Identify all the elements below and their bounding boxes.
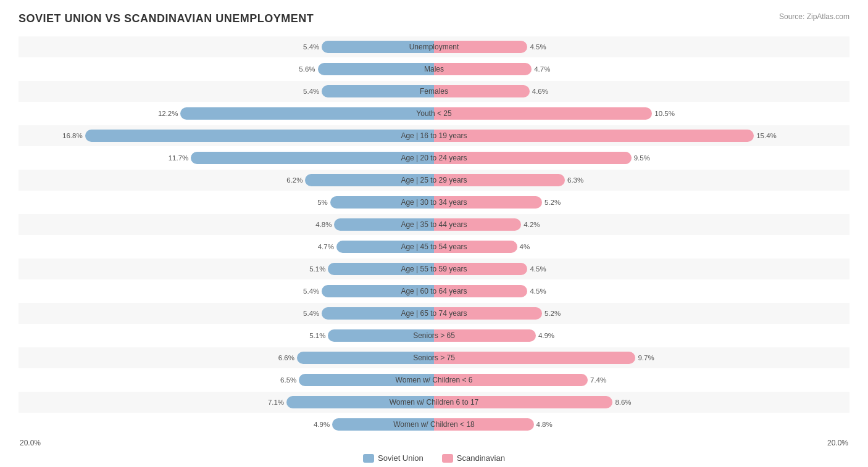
axis-row: 20.0% 20.0% [19, 439, 849, 447]
bar-right [434, 374, 588, 386]
bar-left [286, 396, 434, 408]
value-right: 4.7% [534, 65, 550, 73]
bar-right [434, 41, 527, 53]
left-section: 5.4% [19, 81, 434, 102]
bar-right [434, 241, 517, 253]
right-section: 4.7% [434, 59, 849, 80]
bar-right [434, 396, 612, 408]
bar-left [332, 418, 434, 431]
chart-row: 5.1%Age | 55 to 59 years4.5% [19, 258, 849, 279]
value-right: 4.9% [538, 332, 554, 339]
right-section: 4% [434, 236, 849, 257]
bar-left [305, 174, 434, 186]
left-section: 7.1% [19, 392, 434, 413]
chart-header: SOVIET UNION VS SCANDINAVIAN UNEMPLOYMEN… [19, 12, 849, 25]
value-left: 4.8% [315, 221, 332, 228]
right-section: 15.4% [434, 125, 849, 146]
left-section: 16.8% [19, 125, 434, 146]
legend-soviet: Soviet Union [363, 453, 424, 463]
value-right: 8.6% [615, 399, 631, 406]
left-section: 12.2% [19, 103, 434, 124]
bar-left [328, 263, 434, 275]
legend-scandinavian-label: Scandinavian [457, 453, 505, 463]
left-section: 5.4% [19, 36, 434, 57]
value-right: 4.2% [524, 221, 540, 228]
bar-right [434, 329, 536, 342]
value-left: 6.2% [286, 176, 303, 184]
value-left: 5.4% [303, 287, 319, 295]
bar-right [434, 107, 652, 120]
value-right: 5.2% [545, 199, 561, 206]
chart-row: 4.7%Age | 45 to 54 years4% [19, 236, 849, 257]
value-left: 12.2% [158, 110, 178, 117]
right-section: 4.2% [434, 214, 849, 235]
value-right: 4% [520, 243, 530, 250]
bar-right [434, 418, 534, 431]
left-section: 4.9% [19, 414, 434, 435]
bar-right [434, 85, 530, 97]
legend-soviet-box [363, 454, 374, 463]
right-section: 8.6% [434, 392, 849, 413]
chart-row: 11.7%Age | 20 to 24 years9.5% [19, 147, 849, 168]
value-right: 4.8% [536, 421, 553, 428]
value-right: 9.7% [638, 354, 654, 362]
chart-row: 6.6%Seniors > 759.7% [19, 347, 849, 368]
right-section: 4.5% [434, 36, 849, 57]
value-left: 5.6% [299, 65, 315, 73]
chart-row: 12.2%Youth < 2510.5% [19, 103, 849, 124]
legend: Soviet Union Scandinavian [19, 453, 849, 463]
chart-source: Source: ZipAtlas.com [779, 12, 849, 21]
right-section: 4.8% [434, 414, 849, 435]
value-left: 7.1% [268, 399, 284, 406]
left-section: 6.2% [19, 170, 434, 191]
value-right: 4.5% [530, 287, 546, 295]
right-section: 4.9% [434, 325, 849, 346]
bar-left [322, 85, 434, 97]
bar-left [322, 285, 434, 297]
chart-body: 5.4%Unemployment4.5%5.6%Males4.7%5.4%Fem… [19, 36, 849, 435]
bar-left [297, 352, 434, 364]
bar-left [322, 41, 434, 53]
value-left: 6.5% [280, 376, 296, 384]
chart-row: 5.4%Unemployment4.5% [19, 36, 849, 57]
right-section: 7.4% [434, 370, 849, 391]
bar-right [434, 352, 635, 364]
left-section: 5.6% [19, 59, 434, 80]
left-section: 6.5% [19, 370, 434, 391]
value-left: 5.1% [309, 265, 325, 273]
chart-row: 5.4%Females4.6% [19, 81, 849, 102]
right-section: 5.2% [434, 303, 849, 324]
value-left: 5.4% [303, 88, 319, 95]
left-section: 5.1% [19, 325, 434, 346]
chart-row: 6.2%Age | 25 to 29 years6.3% [19, 170, 849, 191]
bar-left [322, 307, 434, 320]
axis-left: 20.0% [20, 439, 41, 447]
bar-left [330, 196, 434, 209]
value-right: 7.4% [590, 376, 606, 384]
bar-right [434, 63, 532, 75]
value-left: 5.4% [303, 310, 319, 317]
value-right: 15.4% [756, 132, 777, 139]
bar-left [328, 329, 434, 342]
left-section: 5.1% [19, 258, 434, 279]
bar-left [299, 374, 434, 386]
right-section: 9.7% [434, 347, 849, 368]
value-right: 4.5% [530, 43, 546, 51]
value-left: 16.8% [62, 132, 83, 139]
value-left: 5.1% [309, 332, 325, 339]
right-section: 4.5% [434, 258, 849, 279]
chart-title: SOVIET UNION VS SCANDINAVIAN UNEMPLOYMEN… [19, 12, 314, 25]
right-section: 6.3% [434, 170, 849, 191]
chart-row: 5.1%Seniors > 654.9% [19, 325, 849, 346]
legend-scandinavian-box [442, 454, 453, 463]
bar-right [434, 196, 542, 209]
bar-left [334, 218, 434, 231]
left-section: 11.7% [19, 147, 434, 168]
bar-right [434, 130, 754, 142]
legend-soviet-label: Soviet Union [378, 453, 424, 463]
value-left: 4.7% [318, 243, 334, 250]
chart-row: 6.5%Women w/ Children < 67.4% [19, 370, 849, 391]
bar-left [180, 107, 434, 120]
bar-right [434, 263, 527, 275]
chart-row: 5.4%Age | 65 to 74 years5.2% [19, 303, 849, 324]
